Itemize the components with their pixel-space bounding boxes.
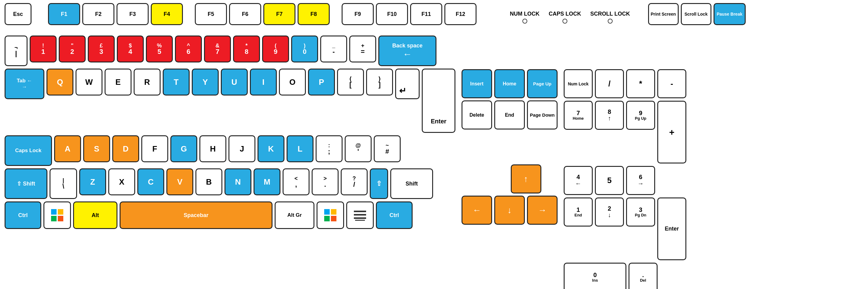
key-left-alt[interactable]: Alt xyxy=(73,201,118,229)
key-pause-break[interactable]: Pause Break xyxy=(714,3,746,25)
key-down-arrow[interactable]: ↓ xyxy=(494,196,525,225)
key-right-shift[interactable]: Shift xyxy=(390,168,433,199)
key-f3[interactable]: F3 xyxy=(117,3,149,25)
key-rbracket[interactable]: } ] xyxy=(366,68,393,95)
key-i[interactable]: I xyxy=(250,68,277,95)
key-insert[interactable]: Insert xyxy=(462,69,492,98)
key-page-up[interactable]: Page Up xyxy=(527,69,558,98)
key-o[interactable]: O xyxy=(279,68,306,95)
key-num-7[interactable]: 7 Home xyxy=(564,101,593,130)
key-altgr[interactable]: Alt Gr xyxy=(275,201,314,229)
key-f6[interactable]: F6 xyxy=(229,3,261,25)
key-print-screen[interactable]: Print Screen xyxy=(648,3,679,25)
key-num-plus[interactable]: + xyxy=(657,101,686,164)
key-8[interactable]: * 8 xyxy=(233,35,260,62)
key-f7[interactable]: F7 xyxy=(264,3,296,25)
key-num-subtract[interactable]: - xyxy=(657,69,686,98)
key-num-8[interactable]: 8 ↑ xyxy=(595,101,624,130)
key-left-arrow[interactable]: ← xyxy=(462,196,492,225)
key-f9[interactable]: F9 xyxy=(342,3,374,25)
key-k[interactable]: K xyxy=(257,135,284,162)
key-f[interactable]: F xyxy=(141,135,168,162)
key-delete[interactable]: Delete xyxy=(462,100,492,129)
key-slash[interactable]: ? / xyxy=(341,168,368,195)
key-equals[interactable]: + = xyxy=(349,35,376,62)
key-h[interactable]: H xyxy=(199,135,226,162)
key-backtick[interactable]: ¬ | xyxy=(5,35,28,66)
key-left-ctrl[interactable]: Ctrl xyxy=(5,201,41,229)
key-b[interactable]: B xyxy=(195,168,222,195)
key-num-5[interactable]: 5 xyxy=(595,166,624,195)
key-minus[interactable]: _ - xyxy=(320,35,347,62)
key-m[interactable]: M xyxy=(253,168,280,195)
key-right-win[interactable] xyxy=(316,201,344,229)
key-hash[interactable]: ~ # xyxy=(374,135,401,162)
key-num-enter[interactable]: Enter xyxy=(657,198,686,260)
key-num-6[interactable]: 6 → xyxy=(626,166,655,195)
key-e[interactable]: E xyxy=(104,68,131,95)
key-z[interactable]: Z xyxy=(79,168,106,195)
key-4[interactable]: $ 4 xyxy=(117,35,144,62)
key-f11[interactable]: F11 xyxy=(410,3,442,25)
key-d[interactable]: D xyxy=(112,135,139,162)
key-backspace[interactable]: Back space ← xyxy=(378,35,436,66)
key-2[interactable]: " 2 xyxy=(59,35,86,62)
key-backslash[interactable]: | \ xyxy=(50,168,77,199)
key-right-ctrl[interactable]: Ctrl xyxy=(376,201,412,229)
key-semicolon[interactable]: : ; xyxy=(316,135,343,162)
key-3[interactable]: £ 3 xyxy=(88,35,115,62)
key-right-arrow[interactable]: → xyxy=(527,196,558,225)
key-p[interactable]: P xyxy=(308,68,335,95)
key-lbracket[interactable]: { [ xyxy=(337,68,364,95)
key-scroll-lock[interactable]: Scroll Lock xyxy=(681,3,711,25)
key-y[interactable]: Y xyxy=(192,68,219,95)
key-home[interactable]: Home xyxy=(494,69,525,98)
key-q[interactable]: Q xyxy=(46,68,73,95)
key-x[interactable]: X xyxy=(108,168,135,195)
key-esc[interactable]: Esc xyxy=(5,3,31,25)
key-0[interactable]: ) 0 xyxy=(291,35,318,62)
key-1[interactable]: ! 1 xyxy=(30,35,57,62)
key-num-3[interactable]: 3 Pg Dn xyxy=(626,198,655,227)
key-period[interactable]: > . xyxy=(312,168,339,195)
key-num-decimal[interactable]: . Del xyxy=(628,263,658,289)
key-u[interactable]: U xyxy=(221,68,248,95)
key-num-4[interactable]: 4 ← xyxy=(564,166,593,195)
key-f8[interactable]: F8 xyxy=(298,3,330,25)
key-num-multiply[interactable]: * xyxy=(626,69,655,98)
key-capslock[interactable]: Caps Lock xyxy=(5,135,52,166)
key-n[interactable]: N xyxy=(224,168,251,195)
key-num-1[interactable]: 1 End xyxy=(564,198,593,227)
key-6[interactable]: ^ 6 xyxy=(175,35,202,62)
key-num-9[interactable]: 9 Pg Up xyxy=(626,101,655,130)
key-c[interactable]: C xyxy=(137,168,164,195)
key-enter[interactable]: Enter xyxy=(422,68,456,133)
key-up-arrow[interactable]: ↑ xyxy=(511,165,541,194)
key-t[interactable]: T xyxy=(163,68,190,95)
key-rshift-arrow[interactable]: ⇧ xyxy=(370,168,388,199)
key-numlock[interactable]: Num Lock xyxy=(564,69,593,98)
key-comma[interactable]: < , xyxy=(283,168,310,195)
key-end[interactable]: End xyxy=(494,100,525,129)
key-left-win[interactable] xyxy=(43,201,71,229)
key-9[interactable]: ( 9 xyxy=(262,35,289,62)
key-page-down[interactable]: Page Down xyxy=(527,100,558,129)
key-num-2[interactable]: 2 ↓ xyxy=(595,198,624,227)
key-num-divide[interactable]: / xyxy=(595,69,624,98)
key-w[interactable]: W xyxy=(75,68,102,95)
key-r[interactable]: R xyxy=(134,68,161,95)
key-f12[interactable]: F12 xyxy=(444,3,476,25)
key-quote[interactable]: @ ' xyxy=(345,135,372,162)
key-f2[interactable]: F2 xyxy=(82,3,114,25)
key-f1[interactable]: F1 xyxy=(48,3,80,25)
key-f5[interactable]: F5 xyxy=(195,3,227,25)
key-v[interactable]: V xyxy=(166,168,193,195)
key-5[interactable]: % 5 xyxy=(146,35,173,62)
key-left-shift[interactable]: ⇧ Shift xyxy=(5,168,48,199)
key-spacebar[interactable]: Spacebar xyxy=(120,201,273,229)
key-enter-top[interactable]: ↵ xyxy=(395,68,420,99)
key-l[interactable]: L xyxy=(286,135,313,162)
key-7[interactable]: & 7 xyxy=(204,35,231,62)
key-g[interactable]: G xyxy=(170,135,197,162)
key-a[interactable]: A xyxy=(54,135,81,162)
